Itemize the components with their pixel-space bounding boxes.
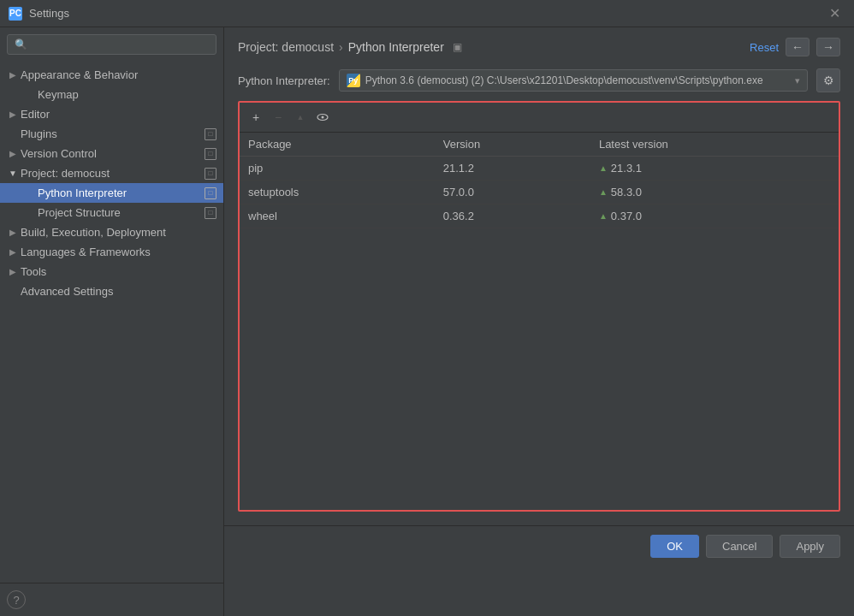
latest-version-text: 21.3.1: [611, 162, 642, 175]
up-button[interactable]: ▲: [291, 108, 310, 127]
interpreter-select[interactable]: Py Python 3.6 (democust) (2) C:\Users\x2…: [339, 69, 808, 92]
cancel-button[interactable]: Cancel: [706, 535, 773, 558]
package-latest-version: ▲58.3.0: [590, 181, 839, 204]
interpreter-row: Python Interpreter: Py Python 3.6 (democ…: [224, 63, 854, 101]
breadcrumb-project: Project: democust: [238, 40, 334, 54]
arrow-spacer: [24, 187, 36, 199]
reset-button[interactable]: Reset: [750, 41, 779, 54]
sidebar-item-label: Project Structure: [38, 206, 201, 219]
main-layout: 🔍 ▶ Appearance & Behavior Keymap ▶ Edito…: [0, 27, 854, 616]
interpreter-settings-button[interactable]: ⚙: [816, 68, 840, 92]
app-icon: PC: [9, 7, 22, 21]
package-name: setuptools: [240, 181, 435, 204]
package-version: 21.1.2: [435, 157, 590, 181]
forward-button[interactable]: →: [816, 38, 840, 56]
search-icon: 🔍: [15, 38, 27, 50]
package-table: Package Version Latest version pip21.1.2…: [240, 133, 839, 510]
sidebar-item-keymap[interactable]: Keymap: [0, 85, 223, 104]
col-header-version: Version: [435, 133, 590, 157]
ok-button[interactable]: OK: [650, 535, 699, 558]
python-icon: Py: [347, 74, 360, 87]
tag-icon: □: [205, 187, 216, 199]
table-toolbar: + − ▲: [240, 103, 839, 133]
sidebar-item-label: Plugins: [21, 127, 201, 140]
sidebar-item-appearance[interactable]: ▶ Appearance & Behavior: [0, 65, 223, 85]
table-row[interactable]: wheel0.36.2▲0.37.0: [240, 204, 839, 228]
table-row[interactable]: setuptools57.0.0▲58.3.0: [240, 181, 839, 204]
sidebar-item-advanced[interactable]: Advanced Settings: [0, 281, 223, 301]
sidebar-item-label: Editor: [21, 108, 216, 121]
back-button[interactable]: ←: [786, 38, 810, 56]
sidebar-item-tools[interactable]: ▶ Tools: [0, 262, 223, 281]
window-title: Settings: [29, 7, 824, 20]
add-package-button[interactable]: +: [246, 108, 265, 127]
arrow-icon: ▶: [7, 148, 19, 160]
sidebar-item-label: Version Control: [21, 147, 201, 160]
sidebar-tree: ▶ Appearance & Behavior Keymap ▶ Editor …: [0, 62, 223, 583]
latest-version-text: 58.3.0: [611, 186, 642, 198]
breadcrumb-separator: ›: [339, 40, 343, 54]
remove-package-button[interactable]: −: [269, 108, 288, 127]
package-version: 0.36.2: [435, 204, 590, 228]
package-latest-version: ▲21.3.1: [590, 157, 839, 181]
dialog-footer: OK Cancel Apply: [224, 525, 854, 566]
sidebar-item-languages[interactable]: ▶ Languages & Frameworks: [0, 242, 223, 262]
sidebar-item-python-interpreter[interactable]: Python Interpreter □: [0, 183, 223, 203]
sidebar-item-label: Appearance & Behavior: [21, 68, 216, 81]
sidebar: 🔍 ▶ Appearance & Behavior Keymap ▶ Edito…: [0, 27, 224, 616]
sidebar-item-label: Project: democust: [21, 167, 201, 180]
update-arrow-icon: ▲: [599, 187, 608, 197]
pin-icon: ▣: [453, 41, 462, 53]
sidebar-item-label: Tools: [21, 265, 216, 278]
update-arrow-icon: ▲: [599, 163, 608, 173]
close-button[interactable]: ✕: [824, 3, 845, 23]
arrow-icon: ▶: [7, 227, 19, 239]
sidebar-item-build[interactable]: ▶ Build, Execution, Deployment: [0, 222, 223, 242]
package-name: pip: [240, 157, 435, 181]
tag-icon: □: [205, 168, 216, 180]
col-header-latest: Latest version: [590, 133, 839, 157]
table-row[interactable]: pip21.1.2▲21.3.1: [240, 157, 839, 181]
tag-icon: □: [205, 128, 216, 140]
content-header: Project: democust › Python Interpreter ▣…: [224, 27, 854, 63]
sidebar-item-version-control[interactable]: ▶ Version Control □: [0, 144, 223, 163]
svg-point-1: [322, 116, 324, 119]
sidebar-item-label: Languages & Frameworks: [21, 246, 216, 258]
arrow-icon: ▶: [7, 266, 19, 278]
chevron-down-icon: ▾: [795, 75, 800, 86]
header-actions: Reset ← →: [750, 38, 840, 56]
arrow-icon: ▶: [7, 109, 19, 121]
sidebar-item-label: Advanced Settings: [21, 285, 216, 298]
arrow-icon: ▶: [7, 69, 19, 81]
col-header-package: Package: [240, 133, 435, 157]
apply-button[interactable]: Apply: [780, 535, 840, 558]
sidebar-item-label: Build, Execution, Deployment: [21, 226, 216, 239]
arrow-icon: ▼: [7, 168, 19, 180]
package-version: 57.0.0: [435, 181, 590, 204]
interpreter-label: Python Interpreter:: [238, 74, 330, 87]
arrow-spacer: [24, 89, 36, 101]
breadcrumb: Project: democust › Python Interpreter ▣: [238, 40, 462, 54]
sidebar-item-project-structure[interactable]: Project Structure □: [0, 203, 223, 222]
arrow-icon: ▶: [7, 246, 19, 258]
tag-icon: □: [205, 207, 216, 219]
package-latest-version: ▲0.37.0: [590, 204, 839, 228]
arrow-spacer: [7, 286, 19, 298]
sidebar-item-label: Python Interpreter: [38, 187, 201, 199]
title-bar: PC Settings ✕: [0, 0, 854, 27]
package-name: wheel: [240, 204, 435, 228]
sidebar-item-plugins[interactable]: Plugins □: [0, 124, 223, 144]
latest-version-text: 0.37.0: [611, 210, 642, 222]
sidebar-item-editor[interactable]: ▶ Editor: [0, 104, 223, 124]
sidebar-item-label: Keymap: [38, 88, 216, 101]
package-table-container: + − ▲ Package Version Latest: [238, 101, 840, 512]
breadcrumb-current: Python Interpreter: [348, 40, 444, 54]
inspect-button[interactable]: [313, 108, 332, 127]
arrow-spacer: [7, 128, 19, 140]
help-button[interactable]: ?: [7, 590, 26, 609]
search-box[interactable]: 🔍: [7, 34, 216, 55]
search-input[interactable]: [33, 38, 209, 50]
sidebar-item-project[interactable]: ▼ Project: democust □: [0, 163, 223, 183]
interpreter-path: Python 3.6 (democust) (2) C:\Users\x2120…: [365, 74, 790, 86]
sidebar-bottom: ?: [0, 583, 223, 616]
